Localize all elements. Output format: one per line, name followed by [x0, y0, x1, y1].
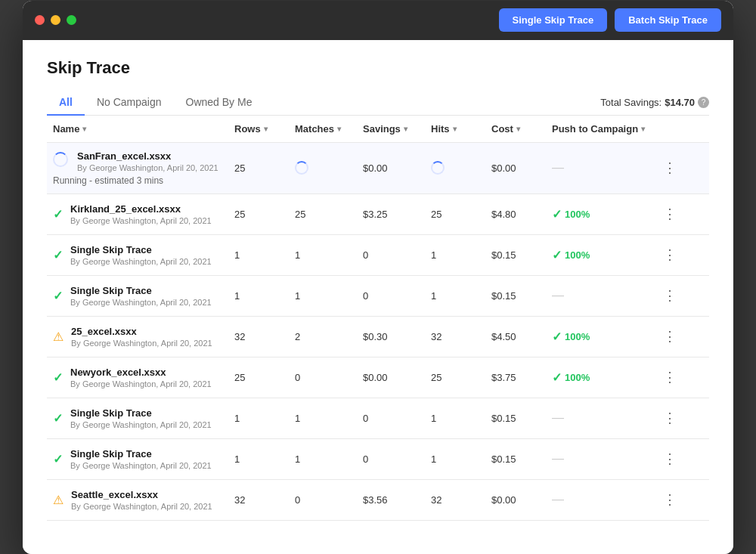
- hits-value: 32: [431, 494, 491, 506]
- row-status: ⚠: [53, 493, 64, 507]
- row-more-button[interactable]: ⋮: [658, 367, 682, 387]
- hits-value: 1: [431, 453, 491, 465]
- name-cell: ⚠ Seattle_excel.xsxx By George Washingto…: [53, 489, 234, 511]
- savings-value: $3.25: [363, 209, 431, 220]
- single-skip-trace-button[interactable]: Single Skip Trace: [499, 8, 608, 32]
- batch-skip-trace-button[interactable]: Batch Skip Trace: [615, 8, 721, 32]
- cost-value: $0.15: [491, 413, 552, 424]
- push-campaign-value: ✓ 100%: [552, 248, 658, 262]
- running-row: SanFran_excel.xsxx By George Washington,…: [47, 143, 709, 194]
- running-more-button[interactable]: ⋮: [658, 158, 682, 178]
- name-cell: ✓ Single Skip Trace By George Washington…: [53, 285, 234, 307]
- table-header: Name ▾ Rows ▾ Matches ▾ Savings ▾ Hits: [47, 116, 709, 143]
- hits-value: 32: [431, 331, 491, 342]
- app-window: Single Skip Trace Batch Skip Trace Skip …: [23, 1, 733, 554]
- col-matches[interactable]: Matches ▾: [295, 123, 363, 135]
- total-savings-value: $14.70: [665, 97, 695, 108]
- file-info: Single Skip Trace By George Washington, …: [70, 407, 212, 429]
- tab-owned-by-me[interactable]: Owned By Me: [174, 90, 265, 116]
- hits-value: 25: [431, 209, 491, 220]
- row-status: ✓: [53, 289, 63, 303]
- rows-value: 32: [234, 494, 295, 506]
- name-cell: ✓ Single Skip Trace By George Washington…: [53, 407, 234, 429]
- row-status: ✓: [53, 248, 63, 262]
- row-more-button[interactable]: ⋮: [658, 490, 682, 509]
- matches-value: 0: [295, 494, 363, 506]
- file-name: Kirkland_25_excel.xsxx: [70, 203, 212, 215]
- push-campaign-value: ✓ 100%: [552, 330, 658, 344]
- push-campaign-value: ✓ 100%: [552, 207, 658, 221]
- push-campaign-dash: —: [552, 493, 658, 506]
- rows-value: 32: [234, 331, 295, 342]
- running-file-info: SanFran_excel.xsxx By George Washington,…: [77, 150, 218, 172]
- file-sub: By George Washington, April 20, 2021: [71, 339, 212, 348]
- row-more-button[interactable]: ⋮: [658, 408, 682, 428]
- cost-value: $0.15: [491, 453, 552, 465]
- savings-value: $0.00: [363, 372, 431, 383]
- row-status: ✓: [53, 411, 63, 426]
- col-cost[interactable]: Cost ▾: [491, 123, 552, 135]
- hits-value: 1: [431, 249, 491, 261]
- info-icon[interactable]: ?: [698, 97, 709, 108]
- table-body: ✓ Kirkland_25_excel.xsxx By George Washi…: [47, 194, 709, 521]
- table-row: ✓ Newyork_excel.xsxx By George Washingto…: [47, 357, 709, 398]
- table-row: ⚠ Seattle_excel.xsxx By George Washingto…: [47, 480, 709, 521]
- cost-value: $4.50: [491, 331, 552, 342]
- matches-value: 1: [295, 413, 363, 424]
- savings-value: $3.56: [363, 494, 431, 506]
- file-name: Single Skip Trace: [70, 244, 212, 255]
- col-hits[interactable]: Hits ▾: [431, 123, 491, 135]
- push-campaign-dash: —: [552, 289, 658, 302]
- file-name: Seattle_excel.xsxx: [71, 489, 212, 500]
- matches-value: 1: [295, 453, 363, 465]
- running-hits: [431, 161, 491, 175]
- cost-value: $0.15: [491, 290, 552, 302]
- file-info: 25_excel.xsxx By George Washington, Apri…: [71, 326, 212, 348]
- row-more-button[interactable]: ⋮: [658, 204, 682, 224]
- row-more-button[interactable]: ⋮: [658, 449, 682, 469]
- file-name: Single Skip Trace: [70, 407, 212, 419]
- col-name[interactable]: Name ▾: [53, 123, 234, 135]
- running-rows: 25: [234, 162, 295, 174]
- running-spinner: [53, 152, 70, 169]
- maximize-button[interactable]: [67, 15, 76, 25]
- col-savings[interactable]: Savings ▾: [363, 123, 431, 135]
- close-button[interactable]: [35, 15, 45, 25]
- row-more-button[interactable]: ⋮: [658, 327, 682, 346]
- minimize-button[interactable]: [51, 15, 60, 25]
- status-complete-icon: ✓: [53, 452, 63, 466]
- row-more-button[interactable]: ⋮: [658, 245, 682, 265]
- running-savings: $0.00: [363, 162, 431, 174]
- file-info: Single Skip Trace By George Washington, …: [70, 285, 212, 307]
- savings-value: 0: [363, 453, 431, 465]
- titlebar: Single Skip Trace Batch Skip Trace: [23, 1, 733, 40]
- row-status: ✓: [53, 207, 63, 221]
- sort-arrow-push: ▾: [641, 125, 645, 133]
- savings-value: $0.30: [363, 331, 431, 342]
- cost-value: $4.80: [491, 209, 552, 220]
- tab-no-campaign[interactable]: No Campaign: [85, 90, 174, 116]
- sort-arrow-cost: ▾: [516, 125, 520, 133]
- running-push: —: [552, 161, 658, 175]
- file-sub: By George Washington, April 20, 2021: [70, 461, 212, 470]
- rows-value: 1: [234, 249, 295, 261]
- table-row: ✓ Single Skip Trace By George Washington…: [47, 439, 709, 480]
- matches-value: 25: [295, 209, 363, 220]
- file-sub: By George Washington, April 20, 2021: [70, 216, 212, 225]
- file-info: Kirkland_25_excel.xsxx By George Washing…: [70, 203, 212, 225]
- hits-value: 1: [431, 413, 491, 424]
- status-complete-icon: ✓: [53, 370, 63, 385]
- status-warning-icon: ⚠: [53, 330, 64, 344]
- col-rows[interactable]: Rows ▾: [234, 123, 295, 135]
- row-status: ✓: [53, 452, 63, 466]
- row-status: ⚠: [53, 330, 64, 344]
- rows-value: 25: [234, 209, 295, 220]
- col-push-to-campaign[interactable]: Push to Campaign ▾: [552, 123, 658, 135]
- file-sub: By George Washington, April 20, 2021: [70, 257, 212, 266]
- tab-all[interactable]: All: [47, 90, 85, 116]
- rows-value: 1: [234, 290, 295, 302]
- file-name: Single Skip Trace: [70, 448, 212, 460]
- matches-value: 0: [295, 372, 363, 383]
- file-name: 25_excel.xsxx: [71, 326, 212, 337]
- row-more-button[interactable]: ⋮: [658, 286, 682, 305]
